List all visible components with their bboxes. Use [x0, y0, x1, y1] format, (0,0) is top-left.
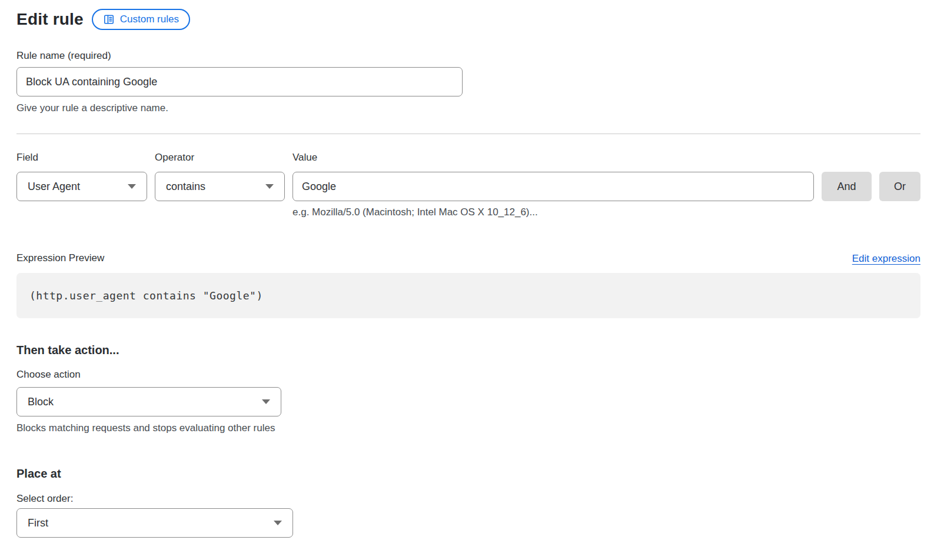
field-label: Field	[16, 151, 147, 164]
expression-code-preview: (http.user_agent contains "Google")	[16, 273, 920, 318]
section-divider	[16, 134, 920, 134]
value-help: e.g. Mozilla/5.0 (Macintosh; Intel Mac O…	[293, 206, 814, 219]
rule-name-help: Give your rule a descriptive name.	[16, 102, 920, 115]
condition-row: Field User Agent Operator contains Value…	[16, 151, 920, 219]
field-select-value: User Agent	[28, 181, 80, 193]
expression-code-text: (http.user_agent contains "Google")	[29, 289, 263, 302]
action-help: Blocks matching requests and stops evalu…	[16, 422, 920, 435]
expression-preview-label: Expression Preview	[16, 252, 104, 265]
order-select-value: First	[28, 517, 48, 529]
chevron-down-icon	[265, 184, 274, 189]
operator-label: Operator	[155, 151, 285, 164]
select-order-label: Select order:	[16, 492, 920, 505]
edit-rule-form: Edit rule Custom rules Rule name (requir…	[16, 0, 920, 538]
operator-select[interactable]: contains	[155, 172, 285, 201]
place-at-heading: Place at	[16, 466, 920, 481]
chevron-down-icon	[274, 521, 282, 525]
field-select[interactable]: User Agent	[16, 172, 147, 201]
and-button[interactable]: And	[822, 172, 872, 201]
chevron-down-icon	[128, 184, 136, 189]
choose-action-label: Choose action	[16, 368, 920, 381]
chevron-down-icon	[262, 399, 270, 404]
value-label: Value	[293, 151, 814, 164]
rule-name-input[interactable]	[16, 67, 463, 96]
action-section-heading: Then take action...	[16, 343, 920, 357]
value-input[interactable]	[293, 172, 814, 201]
rule-name-label: Rule name (required)	[16, 49, 920, 62]
expression-preview-row: Expression Preview Edit expression	[16, 252, 920, 265]
custom-rules-badge-label: Custom rules	[120, 14, 179, 25]
action-select[interactable]: Block	[16, 387, 281, 416]
page-title: Edit rule	[16, 10, 84, 29]
action-select-value: Block	[28, 396, 54, 408]
order-select[interactable]: First	[16, 508, 293, 538]
edit-expression-link[interactable]: Edit expression	[852, 253, 920, 265]
custom-rules-badge[interactable]: Custom rules	[92, 9, 190, 30]
or-button[interactable]: Or	[879, 172, 920, 201]
book-icon	[103, 14, 115, 25]
operator-select-value: contains	[166, 181, 205, 193]
page-header: Edit rule Custom rules	[16, 8, 920, 31]
